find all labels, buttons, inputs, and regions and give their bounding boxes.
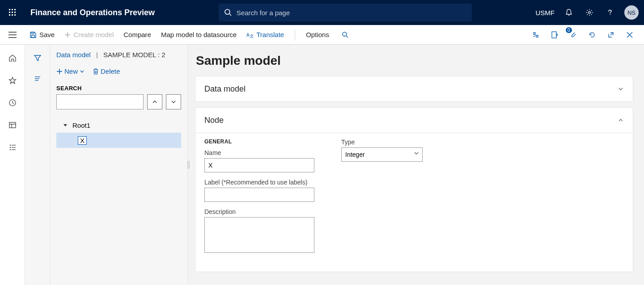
- chevron-up-icon: [618, 117, 624, 123]
- page-options-icon[interactable]: [548, 29, 561, 41]
- favorites-icon[interactable]: [7, 75, 18, 86]
- notifications-icon[interactable]: [563, 6, 575, 19]
- search-icon: [224, 8, 232, 17]
- svg-rect-0: [9, 9, 10, 10]
- plus-icon: [56, 68, 63, 75]
- svg-rect-29: [9, 122, 16, 128]
- page-body: Data model | SAMPLE MODEL : 2 New Delete…: [0, 45, 644, 285]
- svg-point-22: [343, 32, 347, 36]
- node-card-header[interactable]: Node: [195, 108, 633, 133]
- modules-icon[interactable]: [7, 142, 18, 153]
- svg-line-10: [229, 14, 231, 16]
- tree-node-root[interactable]: Root1: [56, 117, 181, 133]
- page-title: Sample model: [196, 54, 633, 68]
- breadcrumb-separator: |: [96, 51, 98, 59]
- global-search-input[interactable]: [237, 9, 466, 17]
- svg-rect-24: [552, 32, 556, 38]
- svg-rect-1: [12, 9, 13, 10]
- name-input[interactable]: [204, 158, 314, 172]
- main-content: Sample model Data model Node GENERAL Nam…: [188, 45, 644, 285]
- panel-resize-handle[interactable]: [187, 161, 190, 169]
- breadcrumb: Data model | SAMPLE MODEL : 2: [56, 51, 181, 59]
- map-model-button[interactable]: Map model to datasource: [161, 31, 237, 38]
- search-next-button[interactable]: [166, 94, 181, 109]
- settings-icon[interactable]: [583, 6, 596, 19]
- node-card: Node GENERAL Name Label (*Recommended to…: [195, 107, 633, 272]
- tree-node-child[interactable]: X: [56, 133, 181, 148]
- tree-search-input[interactable]: [56, 94, 144, 109]
- search-icon: [342, 31, 349, 38]
- model-tree: Root1 X: [56, 117, 181, 148]
- side-panel: Data model | SAMPLE MODEL : 2 New Delete…: [50, 45, 188, 285]
- svg-line-25: [610, 33, 613, 35]
- translate-label: Translate: [256, 31, 284, 38]
- refresh-icon[interactable]: [586, 29, 598, 41]
- help-icon[interactable]: [604, 6, 616, 19]
- company-picker[interactable]: USMF: [536, 9, 555, 17]
- recent-icon[interactable]: [7, 97, 18, 108]
- global-search[interactable]: [219, 4, 472, 21]
- nav-toggle-icon[interactable]: [0, 32, 25, 38]
- filter-rail: [25, 45, 50, 285]
- description-label: Description: [204, 208, 314, 215]
- svg-point-32: [9, 145, 10, 146]
- type-select[interactable]: Integer: [341, 147, 423, 162]
- options-button[interactable]: Options: [306, 31, 329, 38]
- svg-rect-8: [14, 14, 16, 16]
- options-label: Options: [306, 31, 329, 38]
- user-avatar[interactable]: NS: [624, 5, 639, 20]
- close-icon[interactable]: [623, 29, 636, 41]
- svg-rect-5: [14, 12, 16, 13]
- create-model-label: Create model: [73, 31, 114, 38]
- description-input[interactable]: [204, 217, 314, 253]
- tree-child-label: X: [78, 136, 87, 145]
- popout-icon[interactable]: [605, 29, 617, 41]
- delete-label: Delete: [101, 67, 120, 75]
- svg-rect-16: [32, 32, 34, 34]
- attachments-icon[interactable]: 0: [567, 29, 580, 41]
- svg-point-9: [225, 9, 230, 14]
- translate-button[interactable]: A文 Translate: [246, 31, 284, 38]
- action-bar: Save Create model Compare Map model to d…: [0, 25, 644, 45]
- svg-rect-3: [9, 12, 10, 13]
- svg-rect-4: [12, 12, 13, 13]
- node-general-column: GENERAL Name Label (*Recommended to use …: [204, 138, 314, 261]
- search-prev-button[interactable]: [147, 94, 162, 109]
- data-model-card-header[interactable]: Data model: [195, 76, 633, 101]
- new-button[interactable]: New: [56, 67, 85, 75]
- list-icon[interactable]: [32, 73, 43, 84]
- workspaces-icon[interactable]: [7, 120, 18, 130]
- svg-text:文: 文: [250, 34, 254, 38]
- attachments-badge: 0: [566, 27, 572, 33]
- save-button-label: Save: [39, 31, 55, 38]
- plus-icon: [64, 32, 71, 38]
- filter-icon[interactable]: [32, 53, 43, 63]
- name-label: Name: [204, 149, 314, 156]
- left-navigation-rail: [0, 45, 25, 285]
- translate-icon: A文: [246, 31, 254, 38]
- app-launcher-icon[interactable]: [5, 5, 20, 20]
- svg-point-34: [9, 147, 10, 148]
- delete-button[interactable]: Delete: [93, 67, 120, 75]
- data-model-card-title: Data model: [204, 84, 246, 94]
- svg-line-23: [346, 36, 348, 38]
- breadcrumb-root-link[interactable]: Data model: [56, 51, 91, 59]
- chevron-down-icon: [618, 86, 624, 92]
- caret-down-icon[interactable]: [63, 123, 68, 127]
- personalize-icon[interactable]: [530, 29, 542, 41]
- action-search-button[interactable]: [342, 31, 349, 38]
- compare-label: Compare: [123, 31, 151, 38]
- save-button[interactable]: Save: [30, 31, 55, 38]
- label-input[interactable]: [204, 188, 314, 202]
- tree-search-row: [56, 94, 181, 109]
- header-right-group: USMF NS: [536, 5, 639, 20]
- svg-point-12: [610, 14, 610, 15]
- compare-button[interactable]: Compare: [123, 31, 151, 38]
- description-field: Description: [204, 208, 314, 255]
- svg-rect-6: [9, 14, 10, 16]
- chevron-down-icon: [80, 69, 85, 74]
- trash-icon: [93, 68, 99, 75]
- home-icon[interactable]: [7, 53, 18, 63]
- top-navigation: Finance and Operations Preview USMF NS: [0, 0, 644, 25]
- search-section-label: SEARCH: [56, 85, 181, 92]
